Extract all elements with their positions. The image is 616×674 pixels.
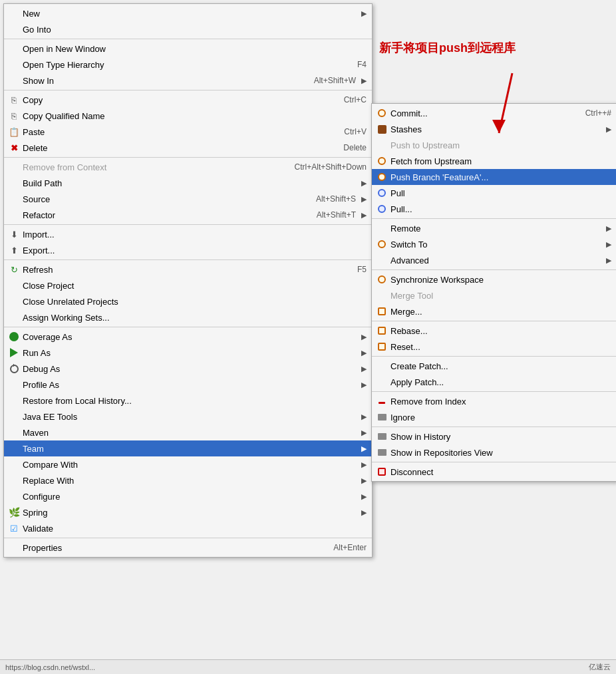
fetch-icon [376,155,388,167]
menu-item-run-as[interactable]: Run As▶ [4,345,372,361]
disconnect-icon [376,466,388,478]
empty-icon [376,376,388,388]
submenu-item-label: Remove from Index [390,397,611,407]
menu-item-coverage-as[interactable]: Coverage As▶ [4,329,372,345]
commit-icon [376,107,388,119]
menu-item-shortcut: Alt+Shift+S [316,194,356,204]
submenu-item-pull-ellipsis[interactable]: Pull... [372,201,616,217]
menu-item-configure[interactable]: Configure▶ [4,488,372,504]
empty-icon [8,295,20,307]
menu-item-validate[interactable]: ☑Validate [4,520,372,536]
menu-item-new[interactable]: New▶ [4,5,372,21]
menu-item-profile-as[interactable]: Profile As▶ [4,377,372,393]
menu-item-restore-local-history[interactable]: Restore from Local History... [4,393,372,409]
empty-icon [8,161,20,173]
menu-item-export[interactable]: ⬆Export... [4,242,372,258]
menu-item-delete[interactable]: ✖DeleteDelete [4,140,372,156]
submenu-item-ignore[interactable]: Ignore [372,409,616,425]
menu-separator [4,538,372,538]
menu-item-refactor[interactable]: RefactorAlt+Shift+T▶ [4,207,372,223]
menu-item-paste[interactable]: 📋PasteCtrl+V [4,124,372,140]
menu-item-spring[interactable]: 🌿Spring▶ [4,504,372,520]
menu-item-label: Spring [23,508,356,518]
submenu-item-label: Merge Tool [390,291,611,301]
menu-item-open-new-window[interactable]: Open in New Window [4,41,372,57]
menu-item-debug-as[interactable]: Debug As▶ [4,361,372,377]
menu-item-label: Copy [23,95,331,105]
submenu-item-disconnect[interactable]: Disconnect [372,464,616,480]
validate-icon: ☑ [8,522,20,534]
menu-separator [372,218,616,219]
submenu-item-merge-tool: Merge Tool [372,287,616,303]
empty-icon [8,458,20,470]
export-icon: ⬆ [8,244,20,256]
submenu-item-merge[interactable]: Merge... [372,303,616,319]
menu-item-import[interactable]: ⬇Import... [4,226,372,242]
submenu-item-push-branch[interactable]: Push Branch 'FeatureA'... [372,169,616,185]
menu-item-label: Profile As [23,380,356,390]
submenu-item-rebase[interactable]: Rebase... [372,323,616,339]
submenu-item-remove-from-index[interactable]: Remove from Index [372,393,616,409]
menu-item-properties[interactable]: PropertiesAlt+Enter [4,540,372,556]
submenu-item-stashes[interactable]: Stashes▶ [372,121,616,137]
submenu-item-commit[interactable]: Commit...Ctrl++# [372,105,616,121]
menu-item-java-ee-tools[interactable]: Java EE Tools▶ [4,409,372,424]
menu-item-label: Validate [23,524,367,534]
submenu-item-reset[interactable]: Reset... [372,339,616,355]
refresh-icon: ↻ [8,263,20,275]
menu-item-label: Paste [23,127,331,137]
menu-item-label: Refactor [23,210,303,220]
submenu-item-label: Show in History [390,432,611,442]
menu-item-label: Remove from Context [23,162,281,172]
menu-item-assign-working-sets[interactable]: Assign Working Sets... [4,309,372,325]
menu-item-replace-with[interactable]: Replace With▶ [4,472,372,488]
submenu-item-label: Rebase... [390,326,611,336]
menu-item-label: Maven [23,428,356,438]
menu-item-go-into[interactable]: Go Into [4,21,372,37]
submenu-item-show-history[interactable]: Show in History [372,428,616,444]
submenu-item-create-patch[interactable]: Create Patch... [372,358,616,374]
menu-item-open-type-hierarchy[interactable]: Open Type HierarchyF4 [4,57,372,73]
submenu-item-remote[interactable]: Remote▶ [372,220,616,236]
empty-icon [8,426,20,438]
menu-item-source[interactable]: SourceAlt+Shift+S▶ [4,191,372,207]
submenu-arrow-icon: ▶ [361,428,367,437]
submenu-item-apply-patch[interactable]: Apply Patch... [372,374,616,390]
empty-icon [8,379,20,391]
menu-item-maven[interactable]: Maven▶ [4,424,372,440]
menu-item-show-in[interactable]: Show InAlt+Shift+W▶ [4,73,372,88]
submenu-item-label: Stashes [390,124,601,134]
menu-item-label: Go Into [23,25,367,35]
menu-separator [4,157,372,158]
repos-icon [376,446,388,458]
submenu-item-advanced[interactable]: Advanced▶ [372,252,616,268]
menu-item-label: Import... [23,230,367,240]
empty-icon [8,542,20,554]
submenu-arrow-icon: ▶ [361,349,367,357]
menu-item-close-project[interactable]: Close Project [4,277,372,293]
menu-item-compare-with[interactable]: Compare With▶ [4,456,372,472]
empty-icon [8,411,20,422]
submenu-item-fetch-upstream[interactable]: Fetch from Upstream [372,153,616,169]
submenu-item-pull[interactable]: Pull [372,185,616,201]
submenu-item-show-repos-view[interactable]: Show in Repositories View [372,444,616,460]
remove-icon [376,395,388,407]
submenu-arrow-icon: ▶ [361,476,367,485]
submenu-arrow-icon: ▶ [361,365,367,373]
menu-item-copy-qualified-name[interactable]: ⎘Copy Qualified Name [4,108,372,124]
menu-item-build-path[interactable]: Build Path▶ [4,175,372,191]
submenu-arrow-icon: ▶ [361,179,367,188]
menu-item-refresh[interactable]: ↻RefreshF5 [4,261,372,277]
submenu-arrow-icon: ▶ [361,508,367,517]
submenu-item-switch-to[interactable]: Switch To▶ [372,236,616,252]
menu-item-label: Refresh [23,265,344,275]
submenu-item-push-upstream: Push to Upstream [372,137,616,153]
menu-item-team[interactable]: Team▶ [4,440,372,456]
submenu-arrow-icon: ▶ [361,77,367,85]
menu-item-copy[interactable]: ⎘CopyCtrl+C [4,92,372,108]
sync-icon [376,273,388,285]
submenu-item-sync-workspace[interactable]: Synchronize Workspace [372,271,616,287]
menu-item-close-unrelated-projects[interactable]: Close Unrelated Projects [4,293,372,309]
submenu-arrow-icon: ▶ [361,460,367,469]
push-icon [376,171,388,183]
